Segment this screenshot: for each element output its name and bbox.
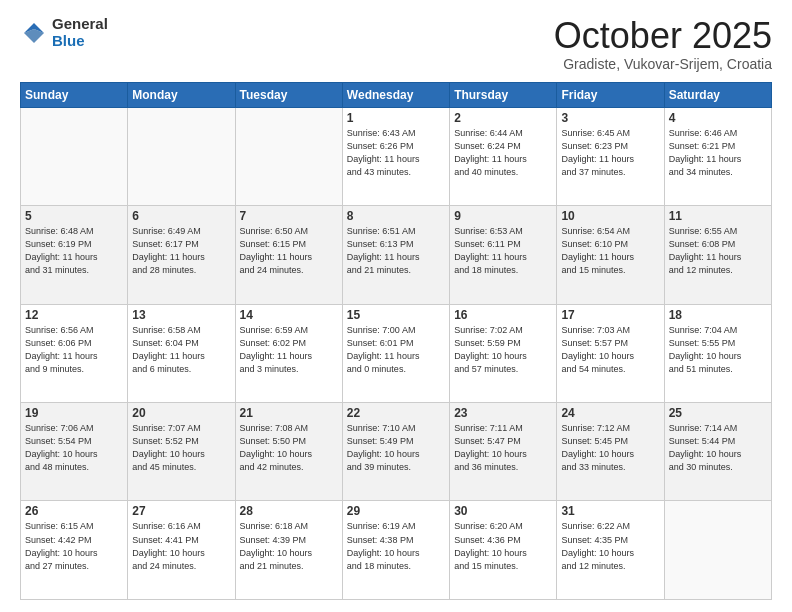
calendar-cell: 21Sunrise: 7:08 AM Sunset: 5:50 PM Dayli… (235, 403, 342, 501)
calendar-cell: 20Sunrise: 7:07 AM Sunset: 5:52 PM Dayli… (128, 403, 235, 501)
calendar-cell (21, 107, 128, 205)
weekday-header-saturday: Saturday (664, 82, 771, 107)
day-info: Sunrise: 6:19 AM Sunset: 4:38 PM Dayligh… (347, 520, 445, 572)
day-number: 17 (561, 308, 659, 322)
calendar-cell: 2Sunrise: 6:44 AM Sunset: 6:24 PM Daylig… (450, 107, 557, 205)
calendar-cell: 5Sunrise: 6:48 AM Sunset: 6:19 PM Daylig… (21, 206, 128, 304)
day-info: Sunrise: 7:10 AM Sunset: 5:49 PM Dayligh… (347, 422, 445, 474)
logo: General Blue (20, 16, 108, 49)
day-number: 8 (347, 209, 445, 223)
calendar-cell: 16Sunrise: 7:02 AM Sunset: 5:59 PM Dayli… (450, 304, 557, 402)
calendar-week-row: 26Sunrise: 6:15 AM Sunset: 4:42 PM Dayli… (21, 501, 772, 600)
month-title: October 2025 (554, 16, 772, 56)
day-number: 28 (240, 504, 338, 518)
calendar-cell: 23Sunrise: 7:11 AM Sunset: 5:47 PM Dayli… (450, 403, 557, 501)
logo-icon (20, 19, 48, 47)
calendar-week-row: 5Sunrise: 6:48 AM Sunset: 6:19 PM Daylig… (21, 206, 772, 304)
day-number: 12 (25, 308, 123, 322)
day-info: Sunrise: 6:51 AM Sunset: 6:13 PM Dayligh… (347, 225, 445, 277)
day-info: Sunrise: 7:03 AM Sunset: 5:57 PM Dayligh… (561, 324, 659, 376)
day-info: Sunrise: 6:15 AM Sunset: 4:42 PM Dayligh… (25, 520, 123, 572)
calendar-cell: 15Sunrise: 7:00 AM Sunset: 6:01 PM Dayli… (342, 304, 449, 402)
weekday-header-wednesday: Wednesday (342, 82, 449, 107)
calendar-cell: 4Sunrise: 6:46 AM Sunset: 6:21 PM Daylig… (664, 107, 771, 205)
calendar-week-row: 1Sunrise: 6:43 AM Sunset: 6:26 PM Daylig… (21, 107, 772, 205)
calendar-cell: 3Sunrise: 6:45 AM Sunset: 6:23 PM Daylig… (557, 107, 664, 205)
logo-general-text: General (52, 16, 108, 33)
day-number: 7 (240, 209, 338, 223)
calendar-week-row: 12Sunrise: 6:56 AM Sunset: 6:06 PM Dayli… (21, 304, 772, 402)
day-number: 1 (347, 111, 445, 125)
logo-blue-text: Blue (52, 33, 108, 50)
day-info: Sunrise: 6:18 AM Sunset: 4:39 PM Dayligh… (240, 520, 338, 572)
calendar-cell: 6Sunrise: 6:49 AM Sunset: 6:17 PM Daylig… (128, 206, 235, 304)
calendar-week-row: 19Sunrise: 7:06 AM Sunset: 5:54 PM Dayli… (21, 403, 772, 501)
calendar-cell (664, 501, 771, 600)
weekday-header-thursday: Thursday (450, 82, 557, 107)
day-number: 22 (347, 406, 445, 420)
calendar-table: SundayMondayTuesdayWednesdayThursdayFrid… (20, 82, 772, 600)
day-info: Sunrise: 6:44 AM Sunset: 6:24 PM Dayligh… (454, 127, 552, 179)
day-number: 23 (454, 406, 552, 420)
day-info: Sunrise: 6:22 AM Sunset: 4:35 PM Dayligh… (561, 520, 659, 572)
day-info: Sunrise: 6:54 AM Sunset: 6:10 PM Dayligh… (561, 225, 659, 277)
day-info: Sunrise: 6:45 AM Sunset: 6:23 PM Dayligh… (561, 127, 659, 179)
day-info: Sunrise: 7:08 AM Sunset: 5:50 PM Dayligh… (240, 422, 338, 474)
day-info: Sunrise: 7:07 AM Sunset: 5:52 PM Dayligh… (132, 422, 230, 474)
weekday-header-row: SundayMondayTuesdayWednesdayThursdayFrid… (21, 82, 772, 107)
day-number: 4 (669, 111, 767, 125)
day-info: Sunrise: 6:50 AM Sunset: 6:15 PM Dayligh… (240, 225, 338, 277)
day-info: Sunrise: 6:56 AM Sunset: 6:06 PM Dayligh… (25, 324, 123, 376)
calendar-cell (235, 107, 342, 205)
calendar-cell: 31Sunrise: 6:22 AM Sunset: 4:35 PM Dayli… (557, 501, 664, 600)
calendar-cell: 9Sunrise: 6:53 AM Sunset: 6:11 PM Daylig… (450, 206, 557, 304)
calendar-cell: 29Sunrise: 6:19 AM Sunset: 4:38 PM Dayli… (342, 501, 449, 600)
day-number: 6 (132, 209, 230, 223)
day-number: 30 (454, 504, 552, 518)
header: General Blue October 2025 Gradiste, Vuko… (20, 16, 772, 72)
day-info: Sunrise: 7:06 AM Sunset: 5:54 PM Dayligh… (25, 422, 123, 474)
day-info: Sunrise: 7:02 AM Sunset: 5:59 PM Dayligh… (454, 324, 552, 376)
day-number: 19 (25, 406, 123, 420)
day-info: Sunrise: 6:59 AM Sunset: 6:02 PM Dayligh… (240, 324, 338, 376)
day-info: Sunrise: 6:58 AM Sunset: 6:04 PM Dayligh… (132, 324, 230, 376)
day-info: Sunrise: 6:20 AM Sunset: 4:36 PM Dayligh… (454, 520, 552, 572)
calendar-cell: 8Sunrise: 6:51 AM Sunset: 6:13 PM Daylig… (342, 206, 449, 304)
day-number: 14 (240, 308, 338, 322)
day-info: Sunrise: 7:04 AM Sunset: 5:55 PM Dayligh… (669, 324, 767, 376)
calendar-cell (128, 107, 235, 205)
calendar-cell: 7Sunrise: 6:50 AM Sunset: 6:15 PM Daylig… (235, 206, 342, 304)
day-info: Sunrise: 7:14 AM Sunset: 5:44 PM Dayligh… (669, 422, 767, 474)
calendar-cell: 10Sunrise: 6:54 AM Sunset: 6:10 PM Dayli… (557, 206, 664, 304)
calendar-cell: 25Sunrise: 7:14 AM Sunset: 5:44 PM Dayli… (664, 403, 771, 501)
day-info: Sunrise: 7:12 AM Sunset: 5:45 PM Dayligh… (561, 422, 659, 474)
weekday-header-monday: Monday (128, 82, 235, 107)
calendar-cell: 18Sunrise: 7:04 AM Sunset: 5:55 PM Dayli… (664, 304, 771, 402)
day-info: Sunrise: 6:46 AM Sunset: 6:21 PM Dayligh… (669, 127, 767, 179)
day-number: 13 (132, 308, 230, 322)
day-info: Sunrise: 6:48 AM Sunset: 6:19 PM Dayligh… (25, 225, 123, 277)
calendar-cell: 1Sunrise: 6:43 AM Sunset: 6:26 PM Daylig… (342, 107, 449, 205)
calendar-cell: 14Sunrise: 6:59 AM Sunset: 6:02 PM Dayli… (235, 304, 342, 402)
day-number: 18 (669, 308, 767, 322)
title-block: October 2025 Gradiste, Vukovar-Srijem, C… (554, 16, 772, 72)
day-number: 15 (347, 308, 445, 322)
day-number: 31 (561, 504, 659, 518)
day-number: 24 (561, 406, 659, 420)
day-info: Sunrise: 7:00 AM Sunset: 6:01 PM Dayligh… (347, 324, 445, 376)
day-number: 2 (454, 111, 552, 125)
day-info: Sunrise: 6:16 AM Sunset: 4:41 PM Dayligh… (132, 520, 230, 572)
day-number: 10 (561, 209, 659, 223)
calendar-cell: 13Sunrise: 6:58 AM Sunset: 6:04 PM Dayli… (128, 304, 235, 402)
logo-text: General Blue (52, 16, 108, 49)
weekday-header-friday: Friday (557, 82, 664, 107)
calendar-cell: 22Sunrise: 7:10 AM Sunset: 5:49 PM Dayli… (342, 403, 449, 501)
calendar-cell: 17Sunrise: 7:03 AM Sunset: 5:57 PM Dayli… (557, 304, 664, 402)
day-number: 9 (454, 209, 552, 223)
day-number: 25 (669, 406, 767, 420)
day-number: 11 (669, 209, 767, 223)
calendar-cell: 27Sunrise: 6:16 AM Sunset: 4:41 PM Dayli… (128, 501, 235, 600)
day-number: 29 (347, 504, 445, 518)
calendar-cell: 11Sunrise: 6:55 AM Sunset: 6:08 PM Dayli… (664, 206, 771, 304)
day-info: Sunrise: 6:43 AM Sunset: 6:26 PM Dayligh… (347, 127, 445, 179)
